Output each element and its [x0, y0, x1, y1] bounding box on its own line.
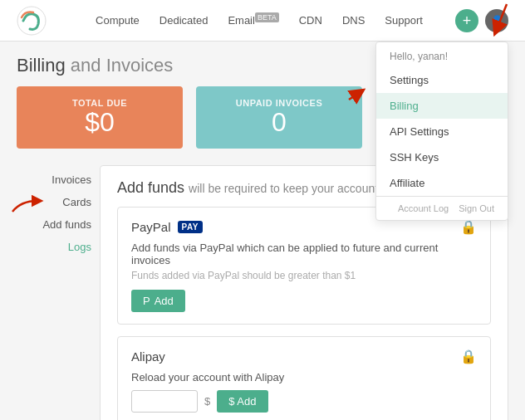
nav-dns[interactable]: DNS	[342, 14, 365, 27]
logo[interactable]	[17, 6, 47, 36]
paypal-lock-icon: 🔒	[460, 219, 477, 235]
user-avatar-button[interactable]: 👤	[485, 9, 508, 32]
header: Compute Dedicated EmailBETA CDN DNS Supp…	[0, 0, 525, 42]
dropdown-item-settings[interactable]: Settings	[376, 67, 508, 93]
avatar-icon: 👤	[491, 15, 503, 27]
paypal-card-header: PayPal PAY 🔒	[131, 219, 477, 235]
paypal-badge: PAY	[178, 221, 203, 233]
dropdown-item-billing[interactable]: Billing	[376, 93, 508, 119]
dropdown-footer: Account Log Sign Out	[376, 196, 508, 220]
alipay-lock-icon: 🔒	[460, 349, 477, 364]
paypal-add-button[interactable]: P Add	[131, 290, 185, 312]
email-beta-badge: BETA	[255, 12, 279, 22]
nav-email[interactable]: EmailBETA	[228, 13, 278, 27]
alipay-input-row: $ $ Add	[131, 390, 477, 413]
dropdown-item-api-settings[interactable]: API Settings	[376, 119, 508, 144]
sidebar-item-cards[interactable]: Cards	[17, 191, 91, 213]
nav-support[interactable]: Support	[385, 14, 423, 27]
total-due-label: TOTAL DUE	[72, 98, 127, 108]
paypal-name: PayPal PAY	[131, 220, 203, 234]
unpaid-invoices-card: UNPAID INVOICES 0	[196, 86, 362, 149]
sign-out-link[interactable]: Sign Out	[459, 203, 494, 213]
paypal-description: Add funds via PayPal which can be applie…	[131, 242, 477, 266]
nav-dedicated[interactable]: Dedicated	[159, 14, 209, 27]
svg-point-0	[17, 7, 46, 35]
alipay-name: Alipay	[131, 349, 165, 364]
alipay-card: Alipay 🔒 Reload your account with Alipay…	[117, 336, 491, 420]
alipay-dollar-label: $	[204, 395, 210, 408]
sidebar-item-add-funds[interactable]: Add funds	[17, 213, 91, 236]
dropdown-greeting: Hello, yanan!	[376, 42, 508, 67]
alipay-description: Reload your account with Alipay	[131, 371, 477, 383]
dropdown-item-affiliate[interactable]: Affiliate	[376, 170, 508, 196]
unpaid-invoices-value: 0	[272, 108, 287, 137]
paypal-card: PayPal PAY 🔒 Add funds via PayPal which …	[117, 207, 491, 325]
total-due-value: $0	[85, 108, 115, 137]
alipay-card-header: Alipay 🔒	[131, 349, 477, 364]
dropdown-item-ssh-keys[interactable]: SSH Keys	[376, 144, 508, 170]
add-button[interactable]: +	[455, 9, 478, 32]
account-log-link[interactable]: Account Log	[398, 203, 449, 213]
unpaid-invoices-label: UNPAID INVOICES	[236, 98, 322, 108]
nav-compute[interactable]: Compute	[96, 14, 140, 27]
sidebar-item-invoices[interactable]: Invoices	[17, 168, 91, 191]
sidebar-item-logs[interactable]: Logs	[17, 236, 91, 258]
main-nav: Compute Dedicated EmailBETA CDN DNS Supp…	[63, 13, 455, 27]
alipay-add-button[interactable]: $ Add	[217, 390, 267, 413]
alipay-amount-input[interactable]	[131, 390, 198, 413]
nav-cdn[interactable]: CDN	[299, 14, 322, 27]
total-due-card: TOTAL DUE $0	[17, 86, 183, 149]
sidebar: Invoices Cards Add funds Logs	[17, 165, 100, 420]
header-actions: + 👤	[455, 9, 508, 32]
paypal-note: Funds added via PayPal should be greater…	[131, 270, 477, 281]
paypal-add-icon: P	[143, 295, 150, 307]
user-dropdown-menu: Hello, yanan! Settings Billing API Setti…	[375, 42, 508, 221]
